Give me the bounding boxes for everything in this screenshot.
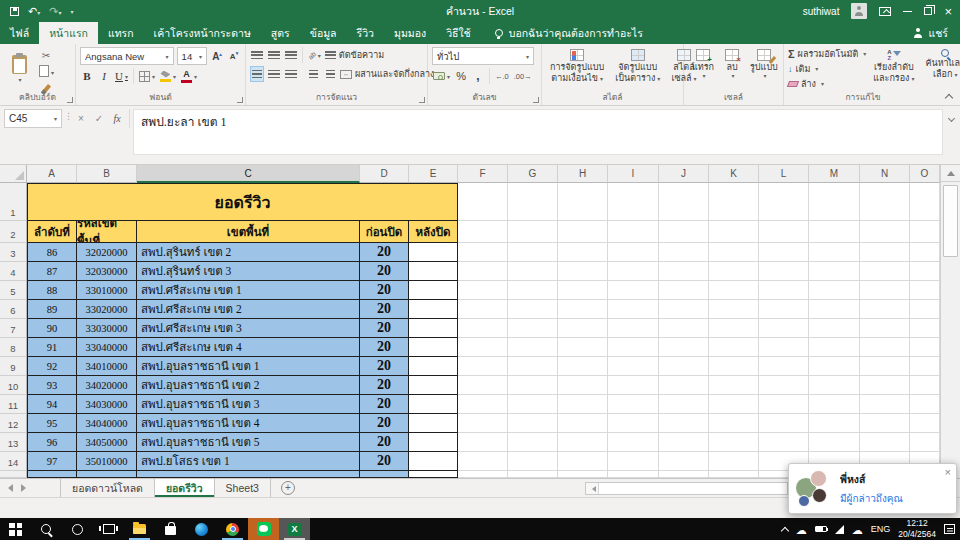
undo-button[interactable]: ↶▾ (28, 6, 40, 17)
ribbon-tab-view[interactable]: มุมมอง (384, 22, 436, 44)
chevron-up-icon[interactable] (780, 526, 788, 534)
cell[interactable] (659, 376, 709, 395)
cell[interactable]: 92 (27, 357, 77, 376)
column-header-a[interactable]: A (27, 165, 77, 183)
cell[interactable] (860, 183, 910, 221)
cell[interactable] (809, 414, 860, 433)
cell[interactable] (458, 338, 508, 357)
language-indicator[interactable]: ENG (871, 524, 891, 534)
cell[interactable] (709, 300, 759, 319)
edge-taskbar-button[interactable] (186, 518, 217, 540)
cell[interactable] (409, 433, 458, 452)
row-header-9[interactable]: 9 (0, 357, 27, 376)
cell[interactable] (709, 357, 759, 376)
cell[interactable] (458, 300, 508, 319)
column-header-n[interactable]: N (860, 165, 910, 183)
cell[interactable] (910, 300, 940, 319)
insert-cells-button[interactable]: + แทรก ▾ (688, 47, 718, 82)
cell[interactable] (27, 471, 77, 478)
cell[interactable] (608, 300, 659, 319)
row-header-10[interactable]: 10 (0, 376, 27, 395)
name-box[interactable]: C45▾ (4, 109, 62, 128)
cell[interactable] (409, 262, 458, 281)
cell[interactable] (458, 262, 508, 281)
row-header-7[interactable]: 7 (0, 319, 27, 338)
cell[interactable]: 33030000 (77, 319, 137, 338)
cell[interactable]: 20 (360, 338, 409, 357)
cell[interactable] (608, 414, 659, 433)
cell[interactable] (759, 395, 809, 414)
cell[interactable] (759, 221, 809, 243)
cell[interactable] (759, 414, 809, 433)
clock[interactable]: 12:12 20/4/2564 (898, 518, 936, 539)
cell[interactable] (659, 319, 709, 338)
cell[interactable] (910, 319, 940, 338)
row-header-13[interactable]: 13 (0, 433, 27, 452)
cell[interactable] (709, 471, 759, 478)
cell[interactable] (910, 281, 940, 300)
cell[interactable]: 34040000 (77, 414, 137, 433)
cell[interactable] (409, 414, 458, 433)
cell[interactable]: 20 (360, 357, 409, 376)
borders-button[interactable]: ▾ (138, 68, 156, 84)
cell[interactable]: 90 (27, 319, 77, 338)
sheet-tab-downloads[interactable]: ยอดดาวน์โหลด (60, 479, 155, 497)
sheet-tab-sheet3[interactable]: Sheet3 (215, 479, 271, 497)
column-header-b[interactable]: B (77, 165, 137, 183)
clear-button[interactable]: ล้าง▾ (788, 77, 866, 90)
cell[interactable] (558, 338, 608, 357)
messenger-notification[interactable]: พี่หงส์ มีผู้กล่าวถึงคุณ × (788, 463, 957, 514)
cell[interactable]: 86 (27, 243, 77, 262)
cell[interactable]: สพป.สุรินทร์ เขต 2 (137, 243, 360, 262)
avatar[interactable] (851, 3, 867, 19)
cell[interactable] (860, 395, 910, 414)
column-header-l[interactable]: L (759, 165, 809, 183)
formula-bar-expand-button[interactable] (943, 109, 960, 128)
accounting-format-button[interactable]: ▾ (432, 68, 451, 84)
column-header-c[interactable]: C (137, 165, 360, 183)
cell[interactable] (759, 281, 809, 300)
cell[interactable]: 94 (27, 395, 77, 414)
cell[interactable]: 32030000 (77, 262, 137, 281)
cell[interactable] (809, 243, 860, 262)
cell[interactable]: 20 (360, 376, 409, 395)
cell[interactable] (508, 471, 558, 478)
cell[interactable] (809, 281, 860, 300)
network-icon[interactable] (835, 525, 844, 534)
cell[interactable]: 96 (27, 433, 77, 452)
percent-style-button[interactable]: % (454, 68, 468, 84)
cell[interactable] (458, 452, 508, 471)
conditional-formatting-button[interactable]: การจัดรูปแบบ ตามเงื่อนไข▾ (546, 47, 608, 86)
cell[interactable]: 35010000 (77, 452, 137, 471)
minimize-button[interactable] (903, 11, 912, 12)
row-header-14[interactable]: 14 (0, 452, 27, 471)
cell[interactable] (409, 300, 458, 319)
cell[interactable] (508, 452, 558, 471)
cell[interactable] (809, 395, 860, 414)
cell[interactable] (77, 471, 137, 478)
row-header-1[interactable]: 1 (0, 183, 27, 221)
row-header-2[interactable]: 2 (0, 221, 27, 243)
cell[interactable] (659, 243, 709, 262)
cell[interactable] (809, 376, 860, 395)
cell[interactable] (409, 281, 458, 300)
collapse-ribbon-button[interactable] (945, 94, 953, 102)
column-header-h[interactable]: H (558, 165, 608, 183)
cell[interactable] (558, 300, 608, 319)
onedrive-icon[interactable] (796, 520, 807, 538)
cell[interactable]: สพป.อุบลราชธานี เขต 5 (137, 433, 360, 452)
cell[interactable] (860, 376, 910, 395)
row-header-11[interactable]: 11 (0, 395, 27, 414)
cell[interactable] (137, 471, 360, 478)
font-dialog-launcher[interactable] (237, 97, 243, 103)
cell[interactable]: 33040000 (77, 338, 137, 357)
cell[interactable] (508, 357, 558, 376)
cell[interactable] (809, 338, 860, 357)
cell[interactable] (458, 433, 508, 452)
cell[interactable]: สพป.อุบลราชธานี เขต 2 (137, 376, 360, 395)
cell[interactable] (558, 262, 608, 281)
insert-function-button[interactable]: fx (109, 113, 125, 124)
cell[interactable] (759, 338, 809, 357)
fill-button[interactable]: ↓เติม▾ (788, 62, 866, 75)
number-format-select[interactable]: ทั่วไป▾ (432, 47, 534, 65)
